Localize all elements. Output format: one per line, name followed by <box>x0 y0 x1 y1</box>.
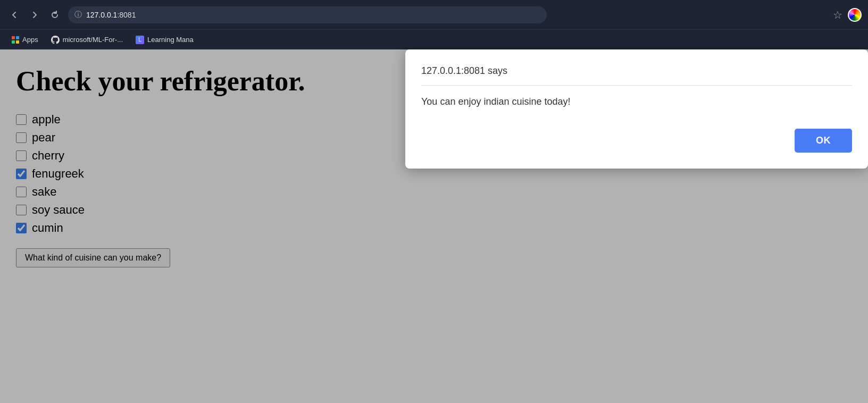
dialog-actions: OK <box>421 129 852 153</box>
dialog-overlay: 127.0.0.1:8081 says You can enjoy indian… <box>0 49 868 403</box>
bookmark-github[interactable]: microsoft/ML-For-... <box>46 33 128 46</box>
dialog-title: 127.0.0.1:8081 says <box>421 65 852 86</box>
learning-favicon: L <box>136 36 144 44</box>
reload-button[interactable] <box>47 7 63 23</box>
bookmark-learning-label: Learning Mana <box>147 36 194 44</box>
github-icon <box>51 36 60 44</box>
dialog-ok-button[interactable]: OK <box>795 129 852 153</box>
nav-buttons <box>6 7 63 23</box>
back-button[interactable] <box>6 7 22 23</box>
browser-actions: ☆ <box>833 8 862 22</box>
bookmark-apps[interactable]: Apps <box>6 33 44 46</box>
bookmark-apps-label: Apps <box>22 36 38 44</box>
dialog-box: 127.0.0.1:8081 says You can enjoy indian… <box>405 49 868 169</box>
browser-chrome: ⓘ 127.0.0.1:8081 ☆ <box>0 0 868 29</box>
bookmark-learning[interactable]: L Learning Mana <box>130 33 199 46</box>
address-bar[interactable]: ⓘ 127.0.0.1:8081 <box>68 6 547 23</box>
page-content: Check your refrigerator. apple pear cher… <box>0 49 868 403</box>
profile-icon[interactable] <box>848 8 862 22</box>
url-suffix: :8081 <box>117 11 136 19</box>
bookmark-github-label: microsoft/ML-For-... <box>63 36 123 44</box>
apps-grid-icon <box>12 36 19 44</box>
url-prefix: 127.0.0.1 <box>86 11 117 19</box>
star-button[interactable]: ☆ <box>833 9 842 21</box>
dialog-message: You can enjoy indian cuisine today! <box>421 96 852 107</box>
star-icon: ☆ <box>833 9 842 21</box>
forward-button[interactable] <box>27 7 43 23</box>
url-text: 127.0.0.1:8081 <box>86 11 136 19</box>
info-icon: ⓘ <box>74 10 82 20</box>
bookmarks-bar: Apps microsoft/ML-For-... L Learning Man… <box>0 29 868 49</box>
